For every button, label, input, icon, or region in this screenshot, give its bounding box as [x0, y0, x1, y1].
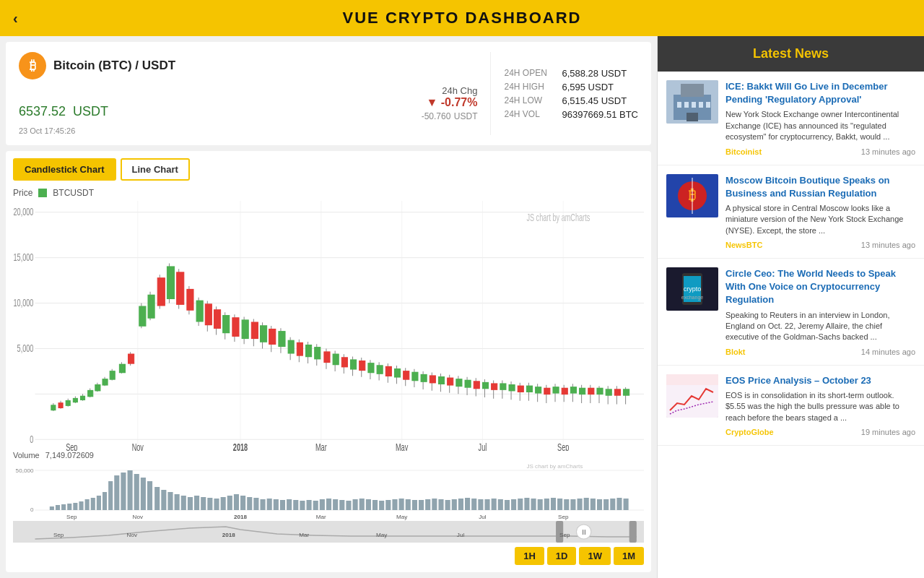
svg-rect-168 [85, 499, 90, 510]
news-thumbnail [666, 374, 718, 418]
svg-rect-193 [247, 497, 252, 510]
svg-rect-212 [372, 500, 378, 510]
svg-rect-166 [73, 503, 77, 510]
svg-rect-80 [288, 340, 294, 353]
svg-rect-272 [681, 84, 704, 97]
svg-rect-184 [188, 497, 193, 510]
svg-rect-110 [421, 375, 427, 381]
svg-rect-138 [544, 389, 550, 394]
svg-rect-221 [432, 499, 437, 510]
svg-text:May: May [376, 532, 387, 538]
news-item[interactable]: crypto exchange Circle Ceo: The World Ne… [658, 259, 924, 366]
svg-rect-192 [240, 496, 245, 510]
svg-rect-213 [379, 501, 384, 510]
stat-label: 24H OPEN [504, 68, 556, 78]
svg-text:10,000: 10,000 [14, 297, 34, 309]
svg-rect-211 [366, 499, 371, 510]
news-description: EOS is in consolidation in its short-ter… [725, 390, 915, 423]
news-description: A physical store in Central Moscow looks… [725, 203, 915, 236]
news-meta: Blokt 14 minutes ago [725, 348, 915, 356]
svg-text:⏸: ⏸ [580, 528, 588, 536]
svg-rect-198 [280, 500, 285, 510]
news-content: Moscow Bitcoin Boutique Speaks on Busine… [725, 174, 915, 250]
svg-rect-228 [478, 499, 483, 510]
svg-rect-62 [205, 304, 212, 324]
svg-rect-175 [128, 470, 133, 510]
svg-rect-104 [394, 369, 400, 377]
chg-label: 24h Chg [442, 85, 477, 96]
1w-button[interactable]: 1W [579, 547, 611, 565]
news-item[interactable]: EOS Price Analysis – October 23 EOS is i… [658, 366, 924, 446]
legend-pair: BTCUSDT [53, 188, 94, 198]
news-time: 19 minutes ago [861, 428, 915, 436]
svg-text:Sep: Sep [53, 532, 64, 538]
svg-rect-239 [551, 498, 556, 510]
price-divider [490, 52, 491, 135]
svg-rect-150 [597, 389, 603, 394]
svg-rect-148 [588, 389, 594, 394]
back-button[interactable]: ‹ [13, 10, 18, 27]
1d-button[interactable]: 1D [547, 547, 577, 565]
svg-rect-156 [624, 389, 629, 395]
svg-text:May: May [396, 441, 408, 451]
svg-rect-169 [91, 498, 95, 510]
news-description: New York Stock Exchange owner Interconti… [725, 109, 915, 142]
news-time: 13 minutes ago [861, 147, 915, 156]
stat-row: 24H LOW6,515.45 USDT [504, 95, 638, 106]
1h-button[interactable]: 1H [515, 547, 544, 565]
svg-rect-209 [353, 499, 358, 510]
svg-rect-74 [260, 326, 266, 342]
svg-text:Sep: Sep [66, 441, 78, 451]
news-title[interactable]: ICE: Bakkt Will Go Live in December Pend… [725, 80, 915, 106]
svg-rect-275 [692, 102, 696, 108]
svg-rect-185 [194, 496, 199, 510]
svg-rect-258 [13, 521, 644, 543]
svg-rect-232 [505, 500, 510, 510]
svg-rect-190 [227, 496, 232, 510]
svg-rect-112 [430, 376, 435, 382]
svg-rect-173 [114, 475, 119, 510]
svg-rect-120 [465, 380, 471, 387]
price-change: 24h Chg ▼ -0.77% -50.760 USDT [422, 85, 478, 122]
news-title[interactable]: EOS Price Analysis – October 23 [725, 374, 915, 387]
news-item[interactable]: ICE: Bakkt Will Go Live in December Pend… [658, 72, 924, 165]
news-list[interactable]: ICE: Bakkt Will Go Live in December Pend… [658, 72, 924, 578]
svg-text:2018: 2018 [234, 514, 248, 520]
line-chart-tab[interactable]: Line Chart [121, 158, 190, 181]
candlestick-chart-tab[interactable]: Candlestick Chart [13, 158, 116, 181]
svg-text:May: May [396, 514, 407, 520]
price-stats: 24H OPEN6,588.28 USDT24H HIGH6,595 USDT2… [504, 52, 638, 135]
svg-rect-233 [511, 499, 516, 510]
svg-text:Mar: Mar [316, 514, 326, 520]
svg-text:0: 0 [30, 434, 33, 446]
news-title[interactable]: Moscow Bitcoin Boutique Speaks on Busine… [725, 174, 915, 200]
svg-rect-247 [603, 499, 609, 510]
svg-rect-234 [518, 499, 523, 510]
news-item[interactable]: ₿ Moscow Bitcoin Boutique Speaks on Busi… [658, 165, 924, 259]
svg-rect-30 [66, 401, 70, 405]
svg-rect-230 [492, 499, 497, 510]
svg-rect-42 [110, 371, 115, 379]
svg-rect-210 [359, 499, 365, 510]
svg-rect-163 [56, 505, 60, 510]
svg-rect-52 [157, 278, 165, 306]
svg-rect-238 [544, 499, 549, 510]
svg-rect-220 [425, 499, 430, 510]
page-title: VUE CRYPTO DASHBOARD [343, 9, 582, 27]
svg-rect-218 [412, 500, 417, 510]
svg-text:Nov: Nov [132, 441, 144, 451]
news-title[interactable]: Circle Ceo: The World Needs to Speak Wit… [725, 267, 915, 307]
svg-rect-106 [404, 371, 409, 379]
svg-rect-187 [207, 498, 212, 510]
svg-rect-128 [500, 384, 506, 389]
svg-rect-250 [624, 499, 629, 510]
svg-rect-92 [341, 358, 347, 367]
svg-rect-241 [564, 499, 569, 510]
navigator-bar[interactable]: ⏸ Sep Nov 2018 Mar May Jul Sep [13, 521, 644, 543]
1m-button[interactable]: 1M [614, 547, 644, 565]
svg-rect-68 [232, 318, 239, 336]
news-content: EOS Price Analysis – October 23 EOS is i… [725, 374, 915, 436]
svg-rect-194 [253, 498, 258, 510]
svg-text:5,000: 5,000 [17, 342, 34, 355]
svg-text:Jul: Jul [479, 514, 487, 520]
